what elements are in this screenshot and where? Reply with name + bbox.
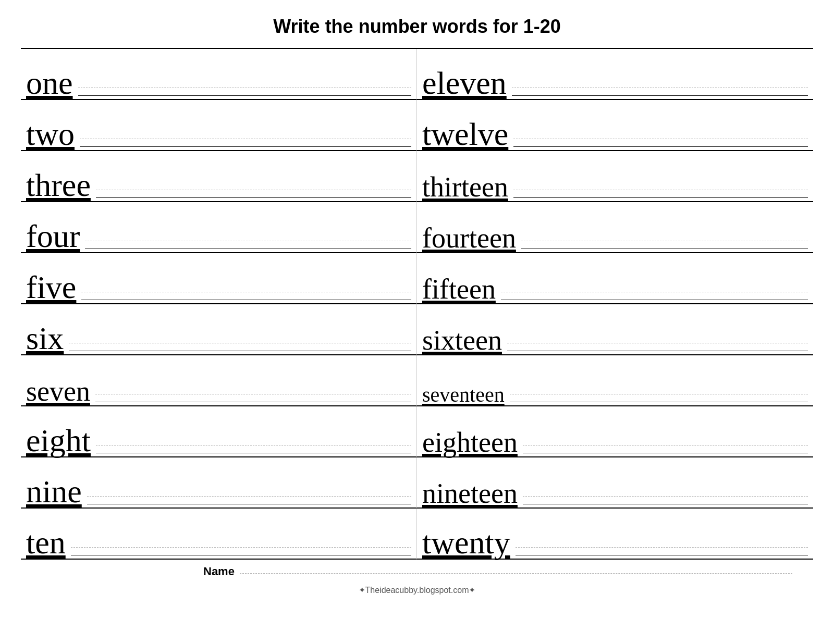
word-sixteen: sixteen	[422, 326, 502, 354]
footer: ✦Theideacubby.blogspot.com✦	[359, 585, 476, 595]
word-eighteen: eighteen	[422, 428, 518, 456]
word-nine: nine	[26, 475, 82, 507]
write-area-fourteen	[521, 210, 808, 252]
solid-line	[69, 351, 411, 351]
row-three: three	[21, 151, 417, 202]
write-area-eleven	[512, 57, 808, 99]
dashed-line	[513, 139, 808, 139]
word-four: four	[26, 220, 80, 252]
word-three: three	[26, 169, 91, 201]
write-area-two	[80, 108, 411, 150]
write-area-six	[69, 313, 411, 354]
write-area-one	[78, 57, 411, 99]
dashed-line	[69, 343, 411, 343]
solid-line	[78, 95, 411, 96]
dashed-line	[87, 496, 411, 497]
dashed-line	[96, 445, 411, 445]
name-row: Name	[21, 560, 813, 581]
write-area-ten	[71, 517, 411, 559]
word-seven: seven	[26, 377, 90, 405]
word-six: six	[26, 322, 64, 354]
write-area-eight	[96, 415, 411, 456]
row-thirteen: thirteen	[417, 151, 813, 202]
row-twenty: twenty	[417, 509, 813, 560]
solid-line	[95, 402, 411, 402]
solid-line	[523, 453, 808, 453]
row-five: five	[21, 253, 417, 304]
dashed-line	[71, 547, 411, 548]
dashed-line	[81, 292, 411, 292]
dashed-line	[521, 241, 808, 241]
write-area-seven	[95, 364, 411, 405]
row-seventeen: seventeen	[417, 355, 813, 406]
write-area-fifteen	[501, 262, 808, 303]
solid-line	[85, 249, 411, 249]
row-ten: ten	[21, 509, 417, 560]
solid-line	[523, 504, 808, 504]
solid-line	[96, 453, 411, 453]
word-fourteen: fourteen	[422, 224, 516, 252]
solid-line	[71, 555, 411, 555]
solid-line	[80, 146, 411, 147]
word-two: two	[26, 118, 75, 150]
word-ten: ten	[26, 526, 66, 559]
write-area-eighteen	[523, 415, 808, 456]
dashed-line	[513, 190, 808, 190]
dashed-line	[85, 241, 411, 241]
solid-line	[81, 300, 411, 300]
write-area-nineteen	[523, 466, 808, 507]
write-area-five	[81, 262, 411, 303]
row-seven: seven	[21, 355, 417, 406]
solid-line	[521, 249, 808, 249]
word-eleven: eleven	[422, 67, 507, 99]
write-area-seventeen	[510, 364, 808, 405]
dashed-line	[78, 88, 411, 88]
word-twenty: twenty	[422, 526, 510, 559]
write-area-twelve	[513, 108, 808, 150]
word-fifteen: fifteen	[422, 275, 496, 303]
word-twelve: twelve	[422, 118, 508, 150]
dashed-line	[512, 88, 808, 88]
row-nineteen: nineteen	[417, 457, 813, 509]
row-fifteen: fifteen	[417, 253, 813, 304]
word-nineteen: nineteen	[422, 479, 518, 507]
name-line	[240, 573, 792, 574]
write-area-sixteen	[507, 313, 808, 354]
row-four: four	[21, 202, 417, 253]
dashed-line	[96, 190, 411, 190]
solid-line	[513, 146, 808, 147]
dashed-line	[501, 292, 808, 292]
solid-line	[507, 351, 808, 351]
write-area-nine	[87, 466, 411, 507]
solid-line	[96, 197, 411, 198]
dashed-line	[95, 394, 411, 394]
row-eight: eight	[21, 406, 417, 457]
solid-line	[516, 555, 808, 555]
row-sixteen: sixteen	[417, 304, 813, 355]
word-five: five	[26, 271, 76, 303]
row-twelve: twelve	[417, 100, 813, 151]
write-area-twenty	[516, 517, 808, 559]
dashed-line	[523, 445, 808, 445]
word-seventeen: seventeen	[422, 385, 505, 405]
row-six: six	[21, 304, 417, 355]
solid-line	[512, 95, 808, 96]
worksheet: one eleven two twelve three	[21, 48, 813, 560]
dashed-line	[507, 343, 808, 343]
row-two: two	[21, 100, 417, 151]
row-fourteen: fourteen	[417, 202, 813, 253]
write-area-three	[96, 159, 411, 201]
dashed-line	[523, 496, 808, 497]
solid-line	[501, 300, 808, 300]
solid-line	[87, 504, 411, 504]
page-title: Write the number words for 1-20	[273, 16, 560, 38]
word-thirteen: thirteen	[422, 173, 508, 201]
word-one: one	[26, 67, 73, 99]
row-eleven: eleven	[417, 49, 813, 100]
row-eighteen: eighteen	[417, 406, 813, 457]
solid-line	[513, 197, 808, 198]
write-area-thirteen	[513, 159, 808, 201]
dashed-line	[510, 394, 808, 394]
solid-line	[510, 402, 808, 402]
word-eight: eight	[26, 424, 91, 456]
